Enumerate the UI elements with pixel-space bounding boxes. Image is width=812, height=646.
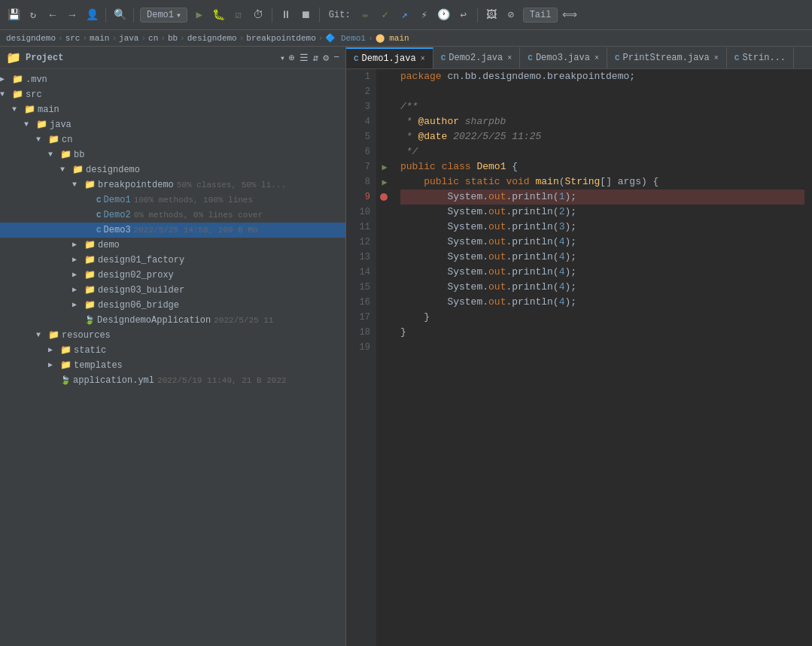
tree-label: design01_factory (98, 253, 184, 267)
git-push-icon[interactable]: ↗ (397, 8, 412, 23)
coverage-icon[interactable]: ☑ (231, 8, 246, 23)
line-number: 17 (346, 310, 370, 325)
code-line-5: * @date 2022/5/25 11:25 (400, 129, 804, 144)
line-number: 12 (346, 235, 370, 250)
breadcrumb-item[interactable]: src (65, 34, 81, 43)
profile-icon[interactable]: ⏱ (251, 8, 266, 23)
tree-item-breakpointdemo[interactable]: 📁 breakpointdemo 50% classes, 50% li... (0, 177, 345, 193)
tree-item-templates[interactable]: 📁 templates (0, 358, 345, 373)
project-panel: 📁 Project ⊕ ☰ ⇵ ⚙ − 📁 .mvn 📁 src (0, 47, 346, 646)
search-icon[interactable]: 🔍 (112, 8, 127, 23)
java-icon: C (96, 193, 102, 207)
block-icon[interactable]: ⊘ (503, 8, 519, 23)
run-indicators: ▶ ▶ (376, 69, 393, 646)
breadcrumb-item[interactable]: 🔷 Demo1 (325, 33, 366, 43)
forward-icon[interactable]: → (65, 8, 80, 23)
git-check-icon[interactable]: ✓ (378, 8, 393, 23)
close-icon[interactable]: × (507, 54, 512, 62)
run-icon[interactable]: ▶ (192, 8, 207, 23)
tree-label: Demo1 (104, 193, 131, 207)
breadcrumb-item[interactable]: breakpointdemo (246, 34, 315, 43)
undo-icon[interactable]: ↩ (456, 8, 471, 23)
tree-item-cn[interactable]: 📁 cn (0, 132, 345, 147)
tab-printstream[interactable]: C PrintStream.java × (607, 47, 727, 68)
java-icon: C (441, 53, 446, 62)
add-icon[interactable]: ⊕ (289, 52, 295, 64)
breakpoint-indicator (376, 190, 393, 205)
tree-item-design02[interactable]: 📁 design02_proxy (0, 268, 345, 283)
tree-item-demo2[interactable]: C Demo2 0% methods, 0% lines cover (0, 208, 345, 223)
breadcrumb-item[interactable]: cn (148, 34, 158, 43)
tree-item-mvn[interactable]: 📁 .mvn (0, 72, 345, 87)
breadcrumb-item[interactable]: bb (168, 34, 178, 43)
tree-item-designdemo[interactable]: 📁 designdemo (0, 162, 345, 177)
line-number: 14 (346, 265, 370, 280)
tab-demo1[interactable]: C Demo1.java × (346, 47, 433, 68)
line-number: 4 (346, 114, 370, 129)
tab-label: PrintStream.java (623, 53, 710, 63)
git-branch-icon[interactable]: ⚡ (417, 8, 432, 23)
breadcrumb-item[interactable]: ⬤ main (376, 33, 409, 43)
tail-button[interactable]: Tail (523, 8, 558, 23)
stop2-icon[interactable]: ⏹ (298, 8, 313, 23)
tree-label: main (38, 103, 59, 117)
tree-item-demo[interactable]: 📁 demo (0, 238, 345, 253)
tab-label: Demo1.java (362, 53, 416, 64)
user-icon[interactable]: 👤 (84, 8, 99, 23)
code-line-13: System.out.println(4); (400, 250, 804, 265)
expand-icon[interactable]: ⇵ (313, 52, 319, 64)
breadcrumb-item[interactable]: designdemo (187, 34, 237, 43)
close-icon[interactable]: × (421, 55, 425, 63)
tab-demo2[interactable]: C Demo2.java × (433, 47, 521, 68)
breadcrumb-item[interactable]: designdemo (6, 34, 56, 43)
tree-item-src[interactable]: 📁 src (0, 87, 345, 102)
bug-icon[interactable]: 🐛 (211, 8, 227, 23)
breadcrumb-item[interactable]: java (119, 34, 138, 43)
history-icon[interactable]: 🕐 (436, 8, 452, 23)
line-number: 15 (346, 280, 370, 295)
save-icon[interactable]: 💾 (6, 8, 21, 23)
stop-icon[interactable]: ⏸ (278, 8, 293, 23)
code-line-17: } (400, 310, 804, 325)
tree-item-design03[interactable]: 📁 design03_builder (0, 283, 345, 298)
tree-item-demo3[interactable]: C Demo3 2022/5/25 14:58, 209 B Mo (0, 223, 345, 238)
separator5 (477, 8, 478, 23)
indicator (376, 310, 393, 325)
tab-strin[interactable]: C Strin... (727, 47, 794, 68)
screenshot-icon[interactable]: 🖼 (484, 8, 499, 23)
file-tree: 📁 .mvn 📁 src 📁 main 📁 java (0, 69, 345, 646)
code-line-8: public static void main(String[] args) { (400, 174, 804, 190)
tree-item-main[interactable]: 📁 main (0, 102, 345, 117)
refresh-icon[interactable]: ↻ (26, 8, 41, 23)
tree-item-bb[interactable]: 📁 bb (0, 147, 345, 162)
tab-label: Demo3.java (536, 53, 590, 63)
java-icon: C (615, 53, 620, 62)
indicator (376, 69, 393, 84)
settings-icon[interactable]: ⚙ (323, 52, 329, 64)
translate-icon[interactable]: ⟺ (562, 8, 577, 23)
back-icon[interactable]: ← (45, 8, 60, 23)
close-icon[interactable]: × (714, 54, 719, 62)
tree-label: static (74, 344, 106, 357)
git-pencil-icon[interactable]: ✏ (358, 8, 373, 23)
project-chevron-icon (281, 53, 284, 63)
tree-item-application-yml[interactable]: 🍃 application.yml 2022/5/19 11:49, 21 B … (0, 373, 345, 388)
tree-item-design01[interactable]: 📁 design01_factory (0, 253, 345, 268)
close-icon[interactable]: × (595, 54, 599, 62)
minimize-icon[interactable]: − (333, 52, 339, 63)
tree-item-design06[interactable]: 📁 design06_bridge (0, 298, 345, 313)
run-config[interactable]: Demo1 (140, 8, 187, 23)
collapse-all-icon[interactable]: ☰ (300, 52, 309, 64)
code-content[interactable]: package cn.bb.designdemo.breakpointdemo;… (393, 69, 812, 646)
tree-item-designdemoapplication[interactable]: 🍃 DesigndemoApplication 2022/5/25 11 (0, 313, 345, 328)
line-number: 19 (346, 340, 370, 355)
line-number: 18 (346, 325, 370, 340)
tab-demo3[interactable]: C Demo3.java × (520, 47, 607, 68)
code-line-11: System.out.println(3); (400, 220, 804, 235)
folder-icon: 📁 (84, 268, 96, 282)
tree-item-demo1[interactable]: C Demo1 100% methods, 100% lines (0, 193, 345, 208)
tree-item-java[interactable]: 📁 java (0, 117, 345, 132)
breadcrumb-item[interactable]: main (90, 34, 109, 43)
tree-item-resources[interactable]: 📁 resources (0, 328, 345, 343)
tree-item-static[interactable]: 📁 static (0, 343, 345, 358)
